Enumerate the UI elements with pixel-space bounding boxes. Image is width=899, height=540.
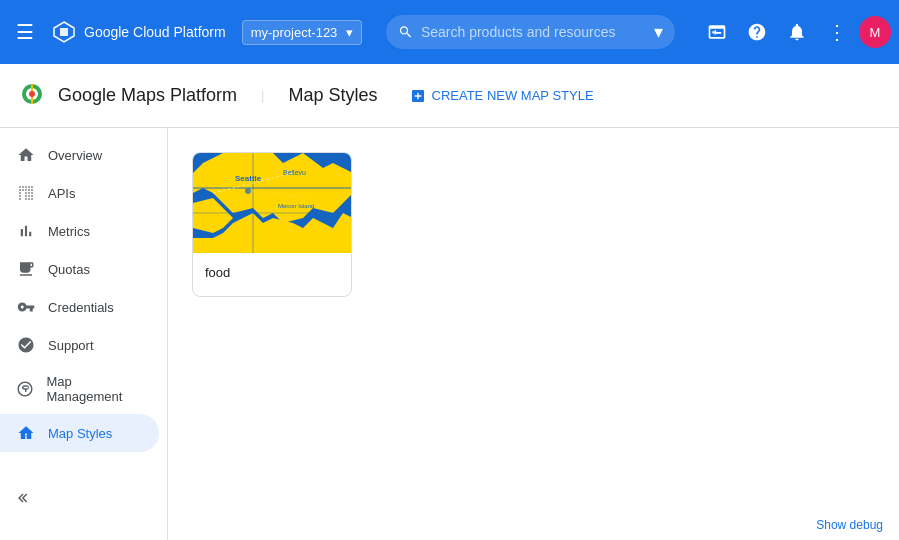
project-name: my-project-123 [251,25,338,40]
maps-logo-icon [16,80,48,112]
sidebar-label-credentials: Credentials [48,300,114,315]
sidebar-item-quotas[interactable]: Quotas [0,250,159,288]
add-icon [410,88,426,104]
metrics-icon [16,222,36,240]
notifications-icon[interactable] [779,14,815,50]
svg-rect-1 [60,28,68,36]
sidebar-label-support: Support [48,338,94,353]
map-styles-icon [16,424,36,442]
main-content: Seattle Bellevu Mercer Island food [168,128,899,540]
search-dropdown-icon[interactable]: ▾ [654,21,663,43]
create-new-map-style-button[interactable]: CREATE NEW MAP STYLE [402,82,602,110]
gcp-logo-icon [50,18,78,46]
search-input[interactable] [421,24,646,40]
svg-point-4 [29,91,35,97]
home-icon [16,146,36,164]
user-avatar[interactable]: M [859,16,891,48]
map-preview-svg: Seattle Bellevu Mercer Island [193,153,352,253]
chevron-down-icon: ▾ [346,25,353,40]
sidebar-item-support[interactable]: Support [0,326,159,364]
sidebar-item-credentials[interactable]: Credentials [0,288,159,326]
map-preview-food: Seattle Bellevu Mercer Island [193,153,352,253]
apis-icon [16,184,36,202]
sidebar-item-metrics[interactable]: Metrics [0,212,159,250]
sidebar-label-quotas: Quotas [48,262,90,277]
help-icon[interactable] [739,14,775,50]
sub-header: Google Maps Platform | Map Styles CREATE… [0,64,899,128]
divider: | [261,88,264,103]
create-button-label: CREATE NEW MAP STYLE [432,88,594,103]
sidebar-item-map-styles[interactable]: Map Styles [0,414,159,452]
sidebar-label-overview: Overview [48,148,102,163]
top-bar-actions: ⋮ M [699,14,891,50]
app-title: Google Maps Platform [58,85,237,106]
map-style-card-food[interactable]: Seattle Bellevu Mercer Island food [192,152,352,297]
svg-text:Mercer Island: Mercer Island [278,203,314,209]
main-layout: Overview APIs Metrics Quotas Credentials [0,128,899,540]
sidebar-label-metrics: Metrics [48,224,90,239]
sidebar-label-map-management: Map Management [46,374,143,404]
more-options-icon[interactable]: ⋮ [819,14,855,50]
sidebar-label-map-styles: Map Styles [48,426,112,441]
search-bar[interactable]: ▾ [386,15,675,49]
sidebar-collapse-button[interactable] [8,485,34,516]
gcp-logo-area: Google Cloud Platform [50,18,226,46]
quotas-icon [16,260,36,278]
sidebar-item-map-management[interactable]: Map Management [0,364,159,414]
top-navigation-bar: ☰ Google Cloud Platform my-project-123 ▾… [0,0,899,64]
project-selector[interactable]: my-project-123 ▾ [242,20,362,45]
sidebar-label-apis: APIs [48,186,75,201]
hamburger-menu-icon[interactable]: ☰ [8,12,42,52]
credentials-icon [16,298,36,316]
map-management-icon [16,380,34,398]
gcp-title: Google Cloud Platform [84,24,226,40]
show-debug-link[interactable]: Show debug [816,518,883,532]
page-title: Map Styles [288,85,377,106]
sidebar: Overview APIs Metrics Quotas Credentials [0,128,168,540]
cloud-shell-icon[interactable] [699,14,735,50]
sidebar-item-overview[interactable]: Overview [0,136,159,174]
sidebar-item-apis[interactable]: APIs [0,174,159,212]
search-icon [398,23,413,41]
support-icon [16,336,36,354]
map-style-label-food: food [193,253,351,296]
